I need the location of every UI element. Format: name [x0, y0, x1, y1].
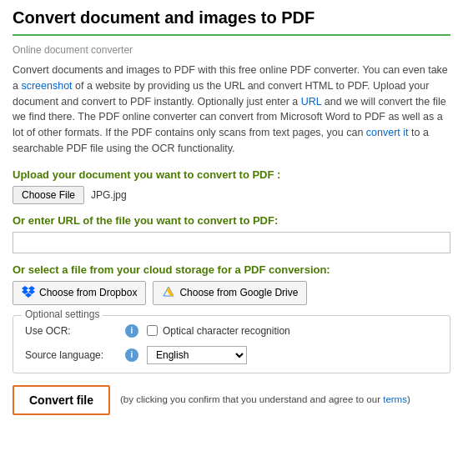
choose-file-button[interactable]: Choose File [13, 186, 84, 204]
url-input[interactable] [13, 232, 450, 253]
ocr-label: Use OCR: [25, 325, 117, 337]
subtitle: Online document converter [13, 44, 450, 56]
page-title: Convert document and images to PDF [13, 8, 450, 36]
gdrive-button[interactable]: Choose from Google Drive [153, 281, 307, 305]
dropbox-label: Choose from Dropbox [39, 287, 137, 298]
dropbox-icon [22, 285, 35, 301]
language-select[interactable]: English German French Spanish Italian Po… [147, 346, 247, 364]
terms-text: (by clicking you confirm that you unders… [120, 393, 410, 407]
cloud-label: Or select a file from your cloud storage… [13, 263, 450, 276]
dropbox-button[interactable]: Choose from Dropbox [13, 281, 146, 305]
convert-link[interactable]: convert it [366, 127, 409, 138]
source-language-label: Source language: [25, 349, 117, 361]
file-name: JPG.jpg [91, 189, 127, 201]
screenshot-link[interactable]: screenshot [21, 80, 72, 92]
url-label: Or enter URL of the file you want to con… [13, 214, 450, 227]
ocr-checkbox-label: Optical character recognition [163, 325, 290, 337]
convert-file-button[interactable]: Convert file [13, 385, 110, 415]
url-link[interactable]: URL [301, 96, 322, 108]
gdrive-label: Choose from Google Drive [179, 287, 298, 298]
description: Convert documents and images to PDF with… [13, 63, 450, 157]
language-info-icon: i [125, 348, 138, 362]
terms-link[interactable]: terms [383, 394, 407, 404]
gdrive-icon [162, 285, 175, 301]
optional-settings-legend: Optional settings [22, 308, 103, 320]
ocr-checkbox[interactable] [147, 325, 158, 336]
upload-label: Upload your document you want to convert… [13, 168, 450, 181]
ocr-info-icon: i [125, 324, 138, 338]
svg-marker-6 [167, 287, 174, 296]
